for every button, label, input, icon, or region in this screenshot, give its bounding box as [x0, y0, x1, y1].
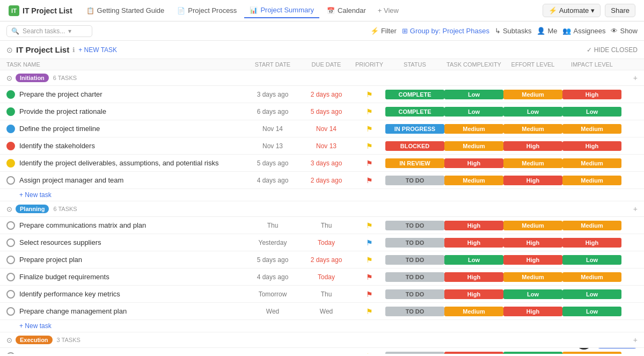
effort-badge: Medium	[503, 221, 562, 230]
task-check[interactable]	[6, 238, 15, 247]
task-start: Tomorrow	[246, 290, 299, 298]
collapse-btn[interactable]: ⊙	[6, 46, 13, 54]
task-due: Nov 14	[299, 125, 353, 133]
complexity-badge: Low	[444, 255, 503, 265]
task-priority: ⚑	[353, 352, 385, 354]
task-check[interactable]	[6, 142, 15, 150]
task-check[interactable]	[6, 307, 15, 316]
status-badge: TO DO	[385, 221, 444, 230]
task-row[interactable]: Prepare the project charter 3 days ago 2…	[0, 86, 644, 103]
effort-badge: High	[503, 307, 562, 316]
status-badge: IN PROGRESS	[385, 124, 444, 134]
page-title: IT Project List	[16, 45, 69, 54]
task-row[interactable]: Select resources suppliers Yesterday Tod…	[0, 234, 644, 251]
automate-icon: ⚡	[548, 6, 557, 14]
task-check[interactable]	[6, 352, 15, 354]
tab-project-process[interactable]: 📄 Project Process	[172, 3, 242, 18]
share-btn[interactable]: Share	[605, 4, 635, 17]
task-row[interactable]: Assign project manager and team 4 days a…	[0, 172, 644, 189]
priority-flag: ⚑	[366, 107, 373, 116]
task-check[interactable]	[6, 221, 15, 230]
task-row[interactable]: Provide the project rationale 6 days ago…	[0, 103, 644, 120]
tab-calendar[interactable]: 📅 Calendar	[321, 3, 371, 18]
show-btn[interactable]: 👁 Show	[611, 27, 638, 35]
task-check[interactable]	[6, 290, 15, 299]
task-due: Today	[299, 239, 353, 246]
task-due: Fri	[299, 353, 353, 354]
assignees-btn[interactable]: 👥 Assignees	[562, 27, 605, 35]
task-row[interactable]: Identify performance key metrics Tomorro…	[0, 286, 644, 303]
task-row[interactable]: Complete the outlined project tasks Fri …	[0, 348, 644, 354]
task-check[interactable]	[6, 125, 15, 133]
tab-project-summary[interactable]: 📊 Project Summary	[244, 3, 319, 18]
task-impact: High	[562, 238, 621, 248]
task-row[interactable]: Identify the stakeholders Nov 13 Nov 13 …	[0, 137, 644, 155]
add-view-btn[interactable]: + View	[374, 4, 403, 17]
new-task-btn[interactable]: + NEW TASK	[78, 46, 117, 54]
task-row[interactable]: Finalize budget requirements 4 days ago …	[0, 268, 644, 286]
task-check[interactable]	[6, 256, 15, 264]
search-placeholder: Search tasks...	[23, 27, 65, 35]
complexity-badge: Low	[444, 90, 503, 99]
hide-closed-btn[interactable]: ✓ HIDE CLOSED	[587, 46, 638, 54]
task-check[interactable]	[6, 176, 15, 185]
me-btn[interactable]: 👤 Me	[537, 27, 557, 35]
task-impact: Low	[562, 289, 621, 299]
task-check[interactable]	[6, 90, 15, 99]
assignees-icon: 👥	[562, 27, 571, 35]
task-effort: Low	[503, 289, 562, 299]
task-start: Thu	[246, 222, 299, 229]
task-complexity: Medium	[444, 176, 503, 185]
group-by-btn[interactable]: ⊞ Group by: Project Phases	[402, 27, 489, 35]
impact-badge: Medium	[562, 176, 621, 185]
section-add-btn-initiation[interactable]: +	[633, 74, 638, 82]
section-add-btn-planning[interactable]: +	[633, 205, 638, 213]
automate-btn[interactable]: ⚡ Automate ▾	[543, 4, 601, 17]
task-status: TO DO	[385, 307, 444, 316]
status-badge: TO DO	[385, 307, 444, 316]
me-icon: 👤	[537, 27, 545, 35]
section-collapse-initiation[interactable]: ⊙	[6, 74, 12, 82]
page-info-icon[interactable]: ℹ	[72, 46, 75, 54]
task-complexity: High	[444, 352, 503, 354]
filter-btn[interactable]: ⚡ Filter	[370, 27, 397, 35]
col-header-status: STATUS	[385, 61, 444, 68]
task-name: Define the project timeline	[19, 125, 246, 133]
tab-getting-started[interactable]: 📋 Getting Started Guide	[81, 3, 170, 18]
section-task-count-planning: 6 TASKS	[53, 206, 77, 212]
task-row[interactable]: Prepare project plan 5 days ago 2 days a…	[0, 251, 644, 268]
new-task-row-planning[interactable]: + New task	[0, 320, 644, 332]
task-effort: High	[503, 141, 562, 151]
section-collapse-planning[interactable]: ⊙	[6, 205, 12, 213]
task-effort: Medium	[503, 221, 562, 230]
complexity-badge: Low	[444, 107, 503, 117]
task-name: Assign project manager and team	[19, 176, 246, 184]
effort-badge: Medium	[503, 158, 562, 168]
subtasks-btn[interactable]: ↳ Subtasks	[495, 27, 531, 35]
task-row[interactable]: Identify the project deliverables, assum…	[0, 155, 644, 172]
task-row[interactable]: Prepare change management plan Wed Wed ⚑…	[0, 303, 644, 320]
task-impact: Low	[562, 307, 621, 316]
impact-badge: High	[562, 141, 621, 151]
complexity-badge: High	[444, 158, 503, 168]
task-priority: ⚑	[353, 273, 385, 281]
task-check[interactable]	[6, 273, 15, 281]
task-check[interactable]	[6, 159, 15, 168]
task-row[interactable]: Define the project timeline Nov 14 Nov 1…	[0, 120, 644, 137]
effort-badge: Medium	[503, 272, 562, 282]
task-due: 5 days ago	[299, 108, 353, 115]
priority-flag: ⚑	[366, 90, 373, 99]
task-priority: ⚑	[353, 159, 385, 168]
new-task-row-initiation[interactable]: + New task	[0, 189, 644, 201]
task-priority: ⚑	[353, 290, 385, 299]
task-name: Provide the project rationale	[19, 107, 246, 115]
task-check[interactable]	[6, 107, 15, 116]
task-status: IN PROGRESS	[385, 124, 444, 134]
task-row[interactable]: Prepare communications matrix and plan T…	[0, 217, 644, 234]
task-due: 2 days ago	[299, 177, 353, 184]
section-collapse-execution[interactable]: ⊙	[6, 336, 12, 344]
impact-badge: Low	[562, 307, 621, 316]
search-box[interactable]: 🔍 Search tasks... ▾	[6, 25, 92, 37]
task-effort: Medium	[503, 124, 562, 134]
section-add-btn-execution[interactable]: +	[633, 336, 638, 344]
